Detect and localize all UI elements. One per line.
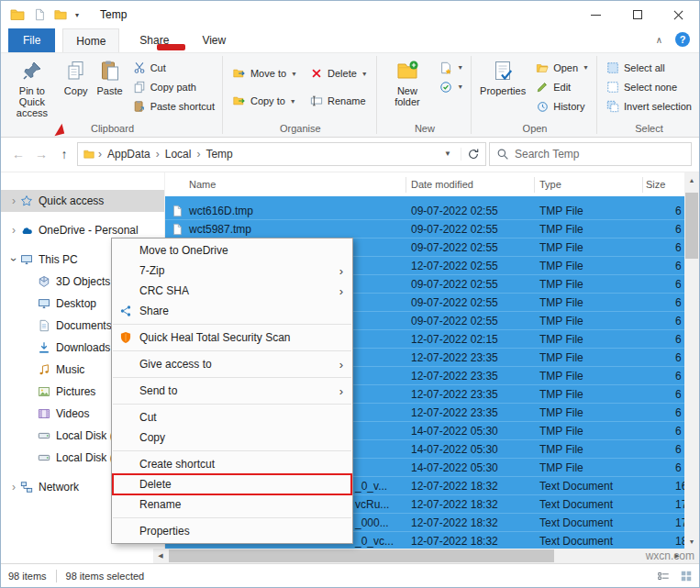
file-type: TMP File [539, 388, 583, 401]
open-button[interactable]: Open▼ [531, 58, 594, 77]
sidebar-item-quick-access[interactable]: ›Quick access [1, 190, 164, 212]
file-type: TMP File [539, 333, 583, 346]
back-button[interactable]: ← [8, 147, 28, 161]
scroll-up-icon[interactable]: ▲ [684, 172, 699, 187]
search-box[interactable]: Search Temp [489, 142, 692, 166]
paste-shortcut-button[interactable]: Paste shortcut [128, 96, 219, 116]
select-all-button[interactable]: Select all [602, 58, 696, 77]
move-to-button[interactable]: Move to▼ [228, 61, 303, 85]
column-header-date-modified[interactable]: Date modified [411, 179, 473, 190]
vertical-scrollbar[interactable]: ▲ ▼ [684, 172, 699, 549]
minimize-button[interactable] [575, 1, 617, 28]
qat-properties-icon[interactable] [33, 8, 46, 21]
rename-button[interactable]: Rename [305, 89, 373, 113]
menu-item-crc-sha[interactable]: CRC SHA› [112, 281, 352, 301]
menu-item-give-access-to[interactable]: Give access to› [112, 354, 352, 374]
file-size: 6 [675, 223, 682, 236]
sidebar-expand-chevron-icon[interactable]: › [7, 224, 20, 237]
easy-access-button[interactable]: ▼ [435, 77, 468, 96]
edit-button[interactable]: Edit [531, 77, 594, 96]
menu-item-move-to-onedrive[interactable]: Move to OneDrive [112, 240, 352, 261]
address-dropdown-icon[interactable]: ▼ [439, 150, 457, 158]
status-bar: 98 items 98 items selected [1, 563, 699, 587]
menu-item-properties[interactable]: Properties [112, 521, 352, 541]
properties-button[interactable]: Properties [476, 55, 529, 96]
paste-button[interactable]: Paste [94, 55, 127, 96]
delete-button[interactable]: Delete▼ [305, 61, 373, 85]
column-divider[interactable] [406, 177, 406, 193]
copy-path-button[interactable]: Copy path [128, 77, 219, 96]
maximize-button[interactable] [617, 1, 658, 28]
copy-to-button[interactable]: Copy to▼ [228, 89, 303, 113]
menu-item-label: Quick Heal Total Security Scan [139, 331, 291, 344]
history-button[interactable]: History [531, 96, 594, 116]
menu-item-7-zip[interactable]: 7-Zip› [112, 261, 352, 281]
menu-item-label: Delete [139, 478, 172, 491]
menu-item-send-to[interactable]: Send to› [112, 381, 352, 401]
pin-to-quick-access-button[interactable]: Pin to Quick access [6, 55, 59, 118]
dropdown-caret-icon: ▼ [583, 64, 589, 71]
sidebar-item-label: Videos [56, 407, 89, 420]
drive-icon [38, 429, 50, 442]
file-size: 6 [675, 370, 682, 383]
film-icon [38, 407, 50, 420]
menu-separator [113, 377, 351, 378]
thumbnails-view-button[interactable] [676, 566, 696, 586]
new-folder-button[interactable]: New folder [382, 55, 433, 107]
menu-item-create-shortcut[interactable]: Create shortcut [112, 454, 352, 474]
column-divider[interactable] [642, 177, 643, 193]
breadcrumb-appdata[interactable]: AppData [104, 148, 154, 161]
column-header-type[interactable]: Type [539, 179, 561, 190]
scroll-left-icon[interactable]: ◀ [153, 549, 168, 563]
qat-new-folder-icon[interactable] [54, 8, 67, 21]
window-title: Temp [100, 8, 127, 21]
menu-item-copy[interactable]: Copy [112, 427, 352, 448]
file-type: Text Document [539, 498, 613, 511]
select-none-button[interactable]: Select none [602, 77, 696, 96]
invert-selection-button[interactable]: Invert selection [602, 96, 696, 116]
menu-item-share[interactable]: Share [112, 301, 352, 321]
breadcrumb-local[interactable]: Local [161, 148, 195, 161]
forward-button[interactable]: → [31, 147, 51, 161]
menu-item-rename[interactable]: Rename [112, 494, 352, 515]
file-row[interactable]: wct616D.tmp09-07-2022 02:55TMP File6 [165, 202, 684, 220]
file-icon [171, 223, 183, 236]
file-size: 6 [675, 461, 682, 474]
close-button[interactable] [658, 1, 699, 28]
up-button[interactable]: ↑ [54, 147, 74, 161]
file-row[interactable]: wct5987.tmp09-07-2022 02:55TMP File6 [165, 220, 684, 239]
breadcrumb-temp[interactable]: Temp [202, 148, 236, 161]
tab-view[interactable]: View [189, 28, 239, 52]
sidebar-expand-chevron-icon[interactable]: › [7, 194, 20, 207]
tab-file[interactable]: File [8, 28, 55, 52]
column-header-name[interactable]: Name [189, 179, 216, 190]
sidebar-collapse-chevron-icon[interactable]: › [7, 253, 20, 266]
cut-icon [133, 61, 146, 74]
address-bar[interactable]: ›AppData›Local›Temp ▼ [77, 142, 486, 166]
sidebar-item-label: Desktop [56, 297, 96, 310]
menu-item-delete[interactable]: Delete [112, 474, 352, 494]
minimize-ribbon-icon[interactable]: ∧ [656, 35, 662, 45]
scroll-down-icon[interactable]: ▼ [684, 534, 699, 549]
horizontal-scroll-thumb[interactable] [169, 549, 554, 562]
cut-button[interactable]: Cut [128, 58, 219, 77]
refresh-button[interactable] [461, 148, 480, 161]
file-type: TMP File [539, 223, 583, 236]
column-divider[interactable] [534, 177, 535, 193]
menu-item-label: Move to OneDrive [139, 244, 228, 257]
vertical-scroll-thumb[interactable] [685, 193, 698, 259]
menu-item-quick-heal-total-security-scan[interactable]: Quick Heal Total Security Scan [112, 327, 352, 348]
column-header-size[interactable]: Size [646, 179, 665, 190]
file-size: 17 [675, 516, 684, 529]
help-button[interactable]: ? [675, 32, 690, 47]
details-view-button[interactable] [653, 566, 673, 586]
new-item-button[interactable]: ▼ [435, 58, 468, 77]
select-all-icon [606, 61, 619, 74]
tab-home[interactable]: Home [62, 28, 119, 52]
sidebar-expand-chevron-icon[interactable]: › [7, 481, 20, 494]
horizontal-scrollbar[interactable]: ◀ ▶ [153, 549, 684, 563]
copy-button[interactable]: Copy [61, 55, 92, 96]
menu-item-cut[interactable]: Cut [112, 407, 352, 427]
file-name: wct616D.tmp [189, 205, 253, 217]
qat-dropdown-icon[interactable]: ▾ [75, 11, 79, 19]
